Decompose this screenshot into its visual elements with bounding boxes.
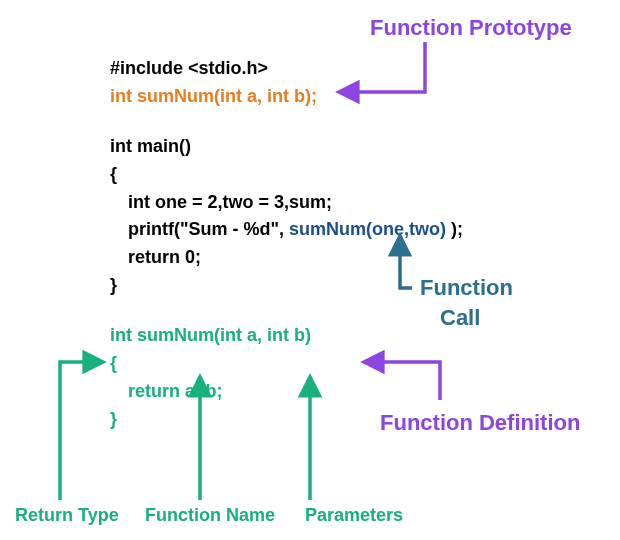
code-decl: int one = 2,two = 3,sum;: [110, 189, 463, 217]
code-def-open: {: [110, 350, 463, 378]
label-function-definition: Function Definition: [380, 410, 580, 436]
code-main-sig: int main(): [110, 133, 463, 161]
code-call: sumNum(one,two): [289, 219, 446, 239]
label-function-call-1: Function: [420, 275, 513, 301]
code-listing: #include <stdio.h> int sumNum(int a, int…: [110, 55, 463, 434]
code-prototype: int sumNum(int a, int b);: [110, 83, 463, 111]
code-brace-open: {: [110, 161, 463, 189]
code-printf: printf("Sum - %d", sumNum(one,two) );: [110, 216, 463, 244]
label-function-call-2: Call: [440, 305, 480, 331]
label-function-name: Function Name: [145, 505, 275, 526]
label-parameters: Parameters: [305, 505, 403, 526]
code-def-sig: int sumNum(int a, int b): [110, 322, 463, 350]
code-return0: return 0;: [110, 244, 463, 272]
label-return-type: Return Type: [15, 505, 119, 526]
code-include: #include <stdio.h>: [110, 55, 463, 83]
label-function-prototype: Function Prototype: [370, 15, 572, 41]
code-def-body: return a+b;: [110, 378, 463, 406]
arrow-return-type: [60, 362, 102, 500]
code-brace-close: }: [110, 272, 463, 300]
